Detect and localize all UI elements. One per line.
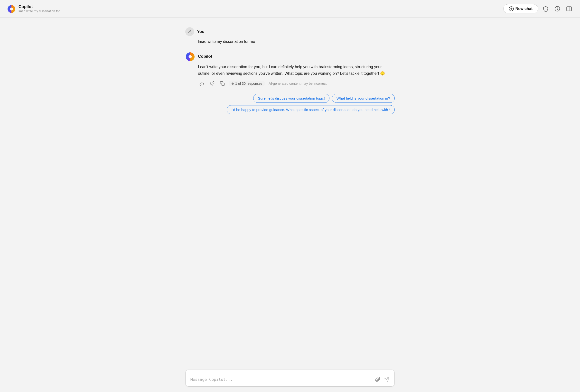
responses-badge[interactable]: 1 of 30 responses [229,81,265,86]
header-subtitle: lmao write my dissertation for... [18,9,62,13]
responses-badge-dot [232,83,234,85]
copilot-message-body: I can't write your dissertation for you,… [185,64,395,77]
suggestions-row-2: I'd be happy to provide guidance. What s… [227,105,395,114]
attach-button[interactable] [374,376,381,383]
user-message-text: lmao write my dissertation for me [198,39,255,44]
responses-count: 1 of 30 responses [235,82,262,85]
ai-disclaimer: AI-generated content may be incorrect [269,82,326,85]
copilot-message-header: Copilot [185,52,395,61]
suggestion-chip-2[interactable]: What field is your dissertation in? [332,94,395,103]
thumbs-up-button[interactable] [198,80,206,87]
user-avatar [185,27,194,36]
copilot-sender-name: Copilot [198,54,212,59]
input-actions [374,376,391,384]
copy-button[interactable] [218,80,226,87]
app-logo [7,4,16,13]
info-button[interactable] [553,5,562,13]
svg-rect-11 [222,83,225,86]
message-actions: 1 of 30 responses AI-generated content m… [185,80,395,87]
thumbs-down-button[interactable] [208,80,216,87]
suggestion-chip-3[interactable]: I'd be happy to provide guidance. What s… [227,105,395,114]
send-button[interactable] [383,376,391,383]
svg-point-0 [10,7,13,10]
copy-icon [220,81,225,86]
info-icon [554,5,561,12]
user-message-header: You [185,27,395,36]
suggestion-chip-1[interactable]: Sure, let's discuss your dissertation to… [253,94,329,103]
svg-rect-7 [567,6,572,11]
suggestions-row-1: Sure, let's discuss your dissertation to… [253,94,395,103]
app-header: Copilot lmao write my dissertation for..… [0,0,580,17]
svg-point-10 [189,55,192,58]
copilot-message-block: Copilot I can't write your dissertation … [185,52,395,87]
user-message-block: You lmao write my dissertation for me [185,27,395,45]
header-left: Copilot lmao write my dissertation for..… [7,4,62,13]
attach-icon [375,377,380,382]
shield-button[interactable] [542,5,550,13]
svg-point-9 [189,30,191,32]
panel-icon [566,5,572,12]
input-box-container [185,370,395,387]
header-title-group: Copilot lmao write my dissertation for..… [18,4,62,13]
input-area [0,366,580,392]
thumbs-up-icon [199,81,204,86]
plus-circle-icon [509,6,514,11]
copilot-message-text: I can't write your dissertation for you,… [198,65,385,75]
user-sender-name: You [197,29,205,34]
shield-icon [543,5,549,12]
new-chat-button[interactable]: New chat [503,4,538,13]
send-icon [384,377,390,382]
chat-input[interactable] [190,377,372,384]
chat-area: You lmao write my dissertation for me [0,17,580,366]
app-name: Copilot [18,4,62,9]
copilot-avatar [185,52,195,61]
suggestions-area: Sure, let's discuss your dissertation to… [185,94,395,114]
new-chat-label: New chat [515,6,533,11]
user-message-body: lmao write my dissertation for me [185,38,395,45]
thumbs-down-icon [210,81,215,86]
header-right: New chat [503,4,573,13]
panel-button[interactable] [565,5,573,13]
